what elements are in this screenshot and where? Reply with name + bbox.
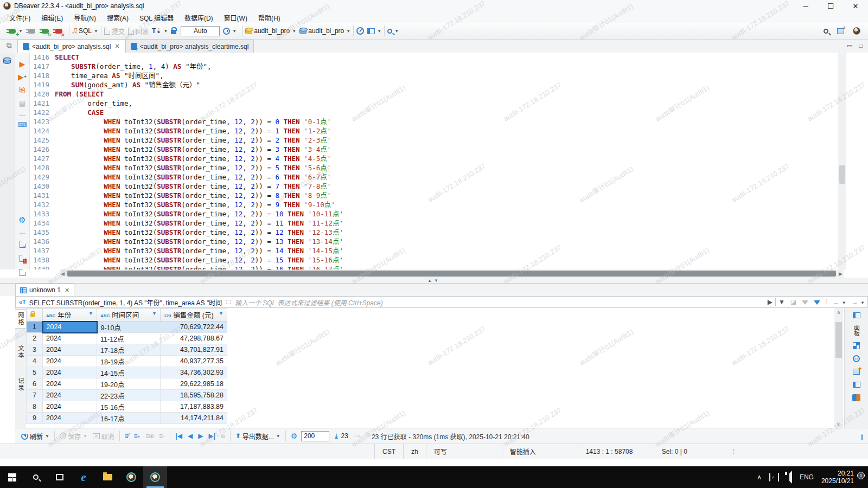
menu-item[interactable]: 帮助(H) [253, 12, 285, 23]
code-line[interactable]: 1431 WHEN toInt32(SUBSTR(order_time, 12,… [30, 191, 838, 200]
code-line[interactable]: 1437 WHEN toInt32(SUBSTR(order_time, 12,… [30, 246, 838, 255]
restore-panel-icon[interactable]: ⧉ [4, 41, 14, 50]
insert-mode-indicator[interactable]: 智能插入 [502, 444, 578, 459]
code-line[interactable]: 1430 WHEN toInt32(SUBSTR(order_time, 12,… [30, 182, 838, 191]
results-tab[interactable]: unknown 1 ✕ [15, 284, 74, 296]
data-cell[interactable]: 18,595,758.28 [161, 390, 227, 401]
row-number-cell[interactable]: 7 [27, 390, 43, 401]
disconnect-all-button[interactable]: ✕ [53, 25, 65, 36]
table-row[interactable]: 5202414-15点34,736,302.93 [27, 367, 227, 378]
execute-new-tab-icon[interactable]: ▶+ [17, 72, 27, 82]
menu-item[interactable]: 窗口(W) [219, 12, 252, 23]
volume-tray-icon[interactable] [787, 473, 792, 481]
commit-button[interactable]: 提交 [103, 25, 126, 37]
connection-selector[interactable]: audit_bi_pro▼ [244, 26, 298, 36]
global-search-icon[interactable] [824, 29, 828, 34]
write-mode-indicator[interactable]: 可写 [426, 444, 502, 459]
task-view-icon[interactable] [48, 466, 72, 488]
nav-forward-icon[interactable]: → ▼ [849, 298, 867, 306]
data-cell[interactable]: 16-17点 [97, 413, 161, 424]
code-area[interactable]: 1416SELECT1417 SUBSTR(order_time, 1, 4) … [30, 53, 838, 269]
value-viewer-icon[interactable] [852, 342, 861, 349]
close-tab-icon[interactable]: ✕ [114, 43, 119, 50]
commit-mode-select[interactable]: Auto [181, 26, 220, 36]
close-results-icon[interactable]: ✕ [65, 287, 69, 294]
row-number-cell[interactable]: 2 [27, 333, 43, 344]
network-tray-icon[interactable] [778, 473, 779, 481]
fetch-all-icon[interactable]: ⤓ [333, 432, 339, 440]
aggregate-icons[interactable] [852, 394, 861, 401]
splitter-sash[interactable]: ▲▼ [0, 278, 868, 283]
settings-gear-icon[interactable]: ⚙ [17, 215, 27, 225]
close-button[interactable]: ✕ [843, 0, 868, 12]
data-cell[interactable]: 14,174,211.84 [161, 413, 227, 424]
editor-hscrollbar[interactable]: ◀ ▶ [60, 269, 844, 278]
row-number-cell[interactable]: 3 [27, 344, 43, 356]
filter-active-icon[interactable] [811, 298, 823, 306]
code-line[interactable]: 1429 WHEN toInt32(SUBSTR(order_time, 12,… [30, 172, 838, 182]
column-menu-icon[interactable]: ▼ [152, 311, 157, 316]
code-line[interactable]: 1419 SUM(goods_amt) AS "销售金额（元）" [30, 80, 838, 89]
column-menu-icon[interactable]: ▼ [88, 311, 93, 316]
fetch-size-input[interactable]: 200 [301, 431, 329, 441]
code-line[interactable]: 1436 WHEN toInt32(SUBSTR(order_time, 12,… [30, 237, 838, 246]
sash-arrows-icon[interactable]: ▲▼ [427, 278, 441, 283]
explain-plan-icon[interactable]: ▤ [17, 98, 27, 108]
data-cell[interactable]: 17,187,883.89 [161, 401, 227, 413]
dashboard-button[interactable] [355, 26, 366, 36]
perspective-icon[interactable] [837, 28, 844, 34]
file-explorer-icon[interactable] [95, 466, 119, 488]
record-mode-icon[interactable]: •• [852, 355, 861, 362]
refresh-button[interactable]: 刷新▼ [20, 431, 51, 441]
code-line[interactable]: 1428 WHEN toInt32(SUBSTR(order_time, 12,… [30, 163, 838, 172]
filter-input[interactable]: 输入一个 SQL 表达式来过滤结果 (使用 Ctrl+Space) [235, 298, 765, 307]
code-line[interactable]: 1424 WHEN toInt32(SUBSTR(order_time, 12,… [30, 126, 838, 136]
table-row[interactable]: 6202419-20点29,622,985.18 [27, 378, 227, 390]
add-row-icon[interactable]: ≡₊ [132, 432, 142, 440]
dbeaver-taskbar-icon[interactable] [119, 466, 143, 488]
row-number-cell[interactable]: 4 [27, 356, 43, 367]
table-row[interactable]: 120249-10点70,629,722.44 [27, 322, 227, 333]
grouping-panel-icon[interactable] [852, 381, 861, 388]
data-cell[interactable]: 70,629,722.44 [161, 322, 227, 333]
code-line[interactable]: 1433 WHEN toInt32(SUBSTR(order_time, 12,… [30, 209, 838, 219]
row-number-cell[interactable]: 6 [27, 378, 43, 390]
code-line[interactable]: 1438 WHEN toInt32(SUBSTR(order_time, 12,… [30, 255, 838, 265]
export-script-icon[interactable] [17, 239, 27, 249]
rollback-button[interactable]: 回滚 [126, 25, 150, 37]
apply-filter-icon[interactable]: ▶ [765, 298, 775, 306]
code-line[interactable]: 1432 WHEN toInt32(SUBSTR(order_time, 12,… [30, 200, 838, 209]
table-row[interactable]: 8202415-16点17,187,883.89 [27, 401, 227, 413]
data-cell[interactable]: 2024 [43, 344, 97, 356]
erase-filter-icon[interactable]: ◪ [788, 298, 799, 306]
scroll-left-icon[interactable]: ◀ [60, 271, 66, 277]
taskbar-search-icon[interactable] [24, 466, 48, 488]
reconnect-button[interactable]: ↻ [40, 25, 52, 36]
code-line[interactable]: 1420FROM (SELECT [30, 89, 838, 99]
menu-item[interactable]: SQL 编辑器 [135, 12, 178, 23]
start-button[interactable] [0, 466, 24, 488]
menu-item[interactable]: 文件(F) [4, 12, 35, 23]
code-line[interactable]: 1421 order_time, [30, 99, 838, 108]
filter-outline-icon[interactable] [799, 298, 811, 306]
row-number-cell[interactable]: 9 [27, 413, 43, 424]
cancel-button[interactable]: ✕取消 [91, 431, 116, 441]
db-navigator-icon[interactable] [2, 56, 12, 66]
overflow-dots[interactable]: ⋯ [352, 432, 362, 440]
disconnect-button[interactable] [26, 25, 38, 36]
code-line[interactable]: 1418 time_area AS "时间区间", [30, 71, 838, 80]
expand-filter-icon[interactable]: ⛶ [222, 299, 235, 306]
editor-tab[interactable]: <audit_bi_pro> analysis_cleartime.sql [125, 40, 254, 53]
data-cell[interactable]: 15-16点 [97, 401, 161, 413]
menu-item[interactable]: 数据库(D) [180, 12, 218, 23]
maximize-editor-icon[interactable]: □ [859, 42, 863, 49]
transaction-log-button[interactable]: T⇣▼ [150, 26, 169, 36]
schema-selector[interactable]: audit_bi_pro▼ [298, 26, 352, 36]
cursor-position[interactable]: 1413 : 1 : 58708 [578, 444, 654, 459]
table-row[interactable]: 3202417-18点43,701,827.91 [27, 344, 227, 356]
sql-editor-button[interactable]: ⎍SQL▼ [71, 25, 100, 36]
variables-doc-icon[interactable] [17, 267, 27, 277]
notes-doc-icon[interactable] [861, 432, 863, 440]
minimize-button[interactable]: ─ [793, 0, 818, 12]
code-line[interactable]: 1435 WHEN toInt32(SUBSTR(order_time, 12,… [30, 228, 838, 237]
